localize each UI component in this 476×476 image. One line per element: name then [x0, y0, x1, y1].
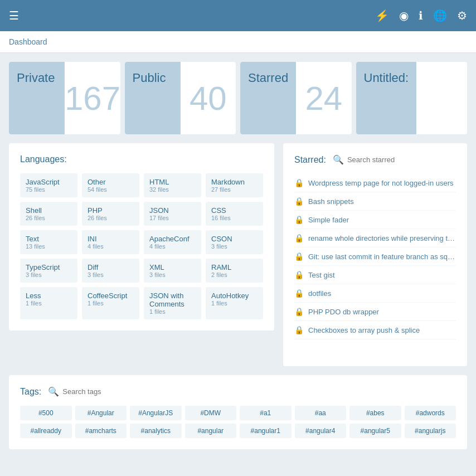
lock-icon: 🔒	[294, 289, 304, 298]
lightning-icon[interactable]: ⚡	[375, 9, 389, 22]
lang-count: 27 files	[211, 186, 258, 193]
starred-list-item[interactable]: 🔒dotfiles	[294, 284, 456, 303]
starred-item-text: dotfiles	[308, 289, 331, 298]
lang-name: TypeScript	[26, 263, 72, 271]
starred-list: 🔒Wordpress temp page for not logged-in u…	[294, 174, 456, 339]
tag-item[interactable]: #DMW	[185, 406, 237, 420]
language-item[interactable]: JSON17 files	[144, 202, 201, 226]
starred-list-item[interactable]: 🔒Wordpress temp page for not logged-in u…	[294, 174, 456, 192]
language-item[interactable]: AutoHotkey1 files	[206, 287, 263, 319]
language-item[interactable]: TypeScript3 files	[20, 259, 77, 283]
languages-title: Languages:	[20, 154, 263, 164]
lang-count: 54 files	[88, 186, 134, 193]
tag-item[interactable]: #angular	[185, 424, 237, 438]
language-item[interactable]: PHP26 files	[82, 202, 139, 226]
tag-item[interactable]: #allreaddy	[20, 424, 72, 438]
language-item[interactable]: XML3 files	[144, 259, 201, 283]
languages-card: Languages: JavaScript75 filesOther54 fil…	[9, 143, 274, 331]
stat-number-public: 40	[181, 62, 236, 134]
stat-number-untitled	[416, 62, 467, 134]
lang-name: CoffeeScript	[88, 292, 134, 300]
gear-icon[interactable]: ⚙	[457, 9, 467, 22]
starred-list-item[interactable]: 🔒Test gist	[294, 266, 456, 284]
stat-label-untitled: Untitled:	[356, 62, 417, 134]
header: ☰ ⚡ ◉ ℹ 🌐 ⚙	[0, 0, 476, 31]
stat-card-public[interactable]: Public 40	[125, 62, 236, 134]
tag-item[interactable]: #adwords	[405, 406, 456, 420]
stat-number-starred: 24	[296, 62, 351, 134]
lock-icon: 🔒	[294, 215, 304, 224]
lock-icon: 🔒	[294, 178, 304, 187]
language-item[interactable]: INI4 files	[82, 230, 139, 254]
tags-search-icon: 🔍	[48, 386, 59, 397]
language-item[interactable]: Markdown27 files	[206, 173, 263, 197]
starred-list-item[interactable]: 🔒Git: use last commit in feature branch …	[294, 247, 456, 266]
lang-count: 32 files	[149, 186, 196, 193]
profile-icon[interactable]: ◉	[399, 9, 409, 22]
tag-item[interactable]: #abes	[349, 406, 401, 420]
lang-name: JSON	[149, 206, 196, 215]
hamburger-icon[interactable]: ☰	[9, 9, 19, 22]
lang-count: 26 files	[26, 215, 72, 221]
languages-grid: JavaScript75 filesOther54 filesHTML32 fi…	[20, 173, 263, 319]
tag-item[interactable]: #angularjs	[405, 424, 456, 438]
starred-list-item[interactable]: 🔒Checkboxes to array push & splice	[294, 321, 456, 339]
language-item[interactable]: HTML32 files	[144, 173, 201, 197]
tag-item[interactable]: #AngularJS	[130, 406, 182, 420]
language-item[interactable]: JSON with Comments1 files	[144, 287, 201, 319]
language-item[interactable]: Other54 files	[82, 173, 139, 197]
stats-row: Private 167 Public 40 Starred 24 Untit	[9, 62, 467, 134]
starred-item-text: Checkboxes to array push & splice	[308, 326, 420, 334]
lang-name: RAML	[211, 263, 258, 271]
lang-name: Text	[26, 235, 72, 243]
language-item[interactable]: CoffeeScript1 files	[82, 287, 139, 319]
tag-item[interactable]: #a1	[240, 406, 292, 420]
tags-card: Tags: 🔍 #500#Angular#AngularJS#DMW#a1#aa…	[9, 375, 467, 449]
starred-list-item[interactable]: 🔒Simple fader	[294, 211, 456, 229]
starred-item-text: rename whole directories while preservin…	[308, 234, 456, 242]
left-panel: Languages: JavaScript75 filesOther54 fil…	[9, 143, 274, 366]
language-item[interactable]: CSON3 files	[206, 230, 263, 254]
stat-card-private[interactable]: Private 167	[9, 62, 120, 134]
tag-item[interactable]: #angular5	[349, 424, 401, 438]
starred-header: Starred: 🔍	[294, 154, 456, 165]
lang-count: 4 files	[149, 243, 196, 250]
tag-item[interactable]: #angular1	[240, 424, 292, 438]
lang-name: Less	[26, 292, 72, 300]
stat-card-untitled[interactable]: Untitled:	[356, 62, 468, 134]
globe-icon[interactable]: 🌐	[433, 9, 447, 22]
language-item[interactable]: ApacheConf4 files	[144, 230, 201, 254]
tag-item[interactable]: #Angular	[75, 406, 127, 420]
tag-item[interactable]: #aa	[295, 406, 347, 420]
lang-name: PHP	[88, 206, 134, 215]
starred-list-item[interactable]: 🔒Bash snippets	[294, 192, 456, 211]
starred-list-item[interactable]: 🔒rename whole directories while preservi…	[294, 229, 456, 247]
info-icon[interactable]: ℹ	[419, 9, 423, 22]
tag-item[interactable]: #analytics	[130, 424, 182, 438]
tag-item[interactable]: #angular4	[295, 424, 347, 438]
lock-icon: 🔒	[294, 252, 304, 261]
tag-item[interactable]: #amcharts	[75, 424, 127, 438]
stat-card-starred[interactable]: Starred 24	[240, 62, 352, 134]
language-item[interactable]: CSS16 files	[206, 202, 263, 226]
tag-item[interactable]: #500	[20, 406, 72, 420]
lang-name: Other	[88, 178, 134, 186]
lock-icon: 🔒	[294, 234, 304, 242]
language-item[interactable]: Diff3 files	[82, 259, 139, 283]
language-item[interactable]: Text13 files	[20, 230, 77, 254]
starred-item-text: Bash snippets	[308, 197, 354, 206]
lang-name: JavaScript	[26, 178, 72, 186]
language-item[interactable]: Less1 files	[20, 287, 77, 319]
two-col-layout: Languages: JavaScript75 filesOther54 fil…	[9, 143, 467, 366]
starred-search-input[interactable]	[347, 156, 456, 164]
lang-name: XML	[149, 263, 196, 271]
tags-grid-row2: #allreaddy#amcharts#analytics#angular#an…	[20, 424, 456, 438]
starred-item-text: Git: use last commit in feature branch a…	[308, 252, 456, 261]
language-item[interactable]: Shell26 files	[20, 202, 77, 226]
starred-list-item[interactable]: 🔒PHP PDO db wrapper	[294, 303, 456, 321]
tags-search-input[interactable]	[62, 387, 456, 396]
language-item[interactable]: JavaScript75 files	[20, 173, 77, 197]
lang-count: 3 files	[26, 271, 72, 278]
language-item[interactable]: RAML2 files	[206, 259, 263, 283]
lang-count: 4 files	[88, 243, 134, 250]
